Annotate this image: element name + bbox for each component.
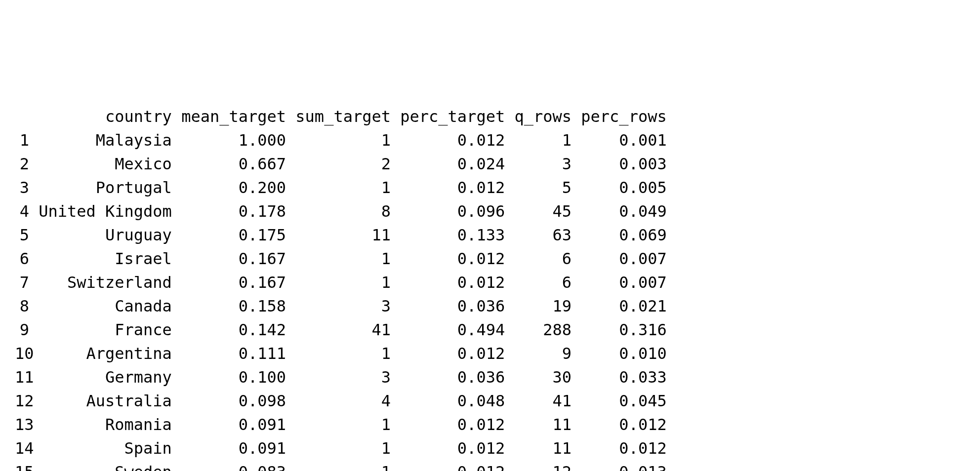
cell-perc-rows: 0.007 <box>581 247 676 271</box>
cell-perc-rows: 0.021 <box>581 294 676 318</box>
cell-perc-target: 0.494 <box>400 318 514 342</box>
cell-sum-target: 1 <box>295 247 400 271</box>
cell-perc-rows: 0.010 <box>581 342 676 365</box>
cell-sum-target: 11 <box>295 223 400 247</box>
cell-sum-target: 3 <box>295 294 400 318</box>
cell-perc-target: 0.012 <box>400 247 514 271</box>
cell-mean-target: 0.175 <box>181 223 295 247</box>
cell-q-rows: 5 <box>514 176 581 199</box>
cell-q-rows: 3 <box>514 152 581 176</box>
cell-q-rows: 288 <box>514 318 581 342</box>
cell-mean-target: 0.083 <box>181 460 295 471</box>
cell-perc-rows: 0.003 <box>581 152 676 176</box>
cell-mean-target: 0.167 <box>181 271 295 294</box>
row-index: 5 <box>15 223 39 247</box>
row-index: 9 <box>15 318 39 342</box>
cell-q-rows: 9 <box>514 342 581 365</box>
row-index: 15 <box>15 460 39 471</box>
cell-perc-rows: 0.033 <box>581 365 676 389</box>
cell-perc-target: 0.036 <box>400 365 514 389</box>
row-index: 3 <box>15 176 39 199</box>
cell-perc-target: 0.036 <box>400 294 514 318</box>
cell-country: Portugal <box>39 176 181 199</box>
cell-country: Argentina <box>39 342 181 365</box>
cell-country: Romania <box>39 413 181 436</box>
cell-country: Canada <box>39 294 181 318</box>
row-index: 1 <box>15 128 39 152</box>
cell-perc-rows: 0.013 <box>581 460 676 471</box>
cell-sum-target: 2 <box>295 152 400 176</box>
header-mean-target: mean_target <box>181 105 295 128</box>
cell-sum-target: 1 <box>295 413 400 436</box>
row-index: 4 <box>15 199 39 223</box>
cell-sum-target: 41 <box>295 318 400 342</box>
row-index: 7 <box>15 271 39 294</box>
cell-q-rows: 6 <box>514 247 581 271</box>
cell-q-rows: 6 <box>514 271 581 294</box>
cell-perc-rows: 0.069 <box>581 223 676 247</box>
header-index <box>15 105 39 128</box>
cell-country: Israel <box>39 247 181 271</box>
cell-mean-target: 0.167 <box>181 247 295 271</box>
cell-q-rows: 45 <box>514 199 581 223</box>
cell-sum-target: 1 <box>295 128 400 152</box>
header-perc-rows: perc_rows <box>581 105 676 128</box>
header-perc-target: perc_target <box>400 105 514 128</box>
cell-mean-target: 0.091 <box>181 413 295 436</box>
cell-perc-rows: 0.012 <box>581 413 676 436</box>
cell-mean-target: 1.000 <box>181 128 295 152</box>
cell-country: United Kingdom <box>39 199 181 223</box>
cell-country: Australia <box>39 389 181 413</box>
cell-q-rows: 30 <box>514 365 581 389</box>
cell-mean-target: 0.100 <box>181 365 295 389</box>
cell-country: Mexico <box>39 152 181 176</box>
cell-q-rows: 41 <box>514 389 581 413</box>
cell-country: France <box>39 318 181 342</box>
cell-perc-rows: 0.005 <box>581 176 676 199</box>
header-q-rows: q_rows <box>514 105 581 128</box>
row-index: 2 <box>15 152 39 176</box>
cell-country: Spain <box>39 436 181 460</box>
cell-q-rows: 19 <box>514 294 581 318</box>
cell-perc-target: 0.133 <box>400 223 514 247</box>
cell-country: Malaysia <box>39 128 181 152</box>
cell-q-rows: 1 <box>514 128 581 152</box>
cell-mean-target: 0.178 <box>181 199 295 223</box>
cell-sum-target: 3 <box>295 365 400 389</box>
cell-country: Germany <box>39 365 181 389</box>
cell-sum-target: 1 <box>295 342 400 365</box>
cell-perc-target: 0.012 <box>400 460 514 471</box>
cell-mean-target: 0.098 <box>181 389 295 413</box>
row-index: 13 <box>15 413 39 436</box>
cell-perc-rows: 0.045 <box>581 389 676 413</box>
cell-sum-target: 1 <box>295 460 400 471</box>
row-index: 10 <box>15 342 39 365</box>
cell-sum-target: 1 <box>295 176 400 199</box>
cell-perc-target: 0.012 <box>400 436 514 460</box>
cell-sum-target: 1 <box>295 271 400 294</box>
cell-perc-rows: 0.012 <box>581 436 676 460</box>
cell-q-rows: 63 <box>514 223 581 247</box>
cell-country: Switzerland <box>39 271 181 294</box>
cell-perc-target: 0.012 <box>400 176 514 199</box>
header-country: country <box>39 105 181 128</box>
cell-mean-target: 0.142 <box>181 318 295 342</box>
cell-perc-target: 0.012 <box>400 413 514 436</box>
cell-mean-target: 0.200 <box>181 176 295 199</box>
row-index: 11 <box>15 365 39 389</box>
cell-country: Uruguay <box>39 223 181 247</box>
cell-perc-rows: 0.001 <box>581 128 676 152</box>
cell-perc-rows: 0.049 <box>581 199 676 223</box>
cell-mean-target: 0.158 <box>181 294 295 318</box>
cell-perc-rows: 0.007 <box>581 271 676 294</box>
cell-q-rows: 11 <box>514 413 581 436</box>
row-index: 8 <box>15 294 39 318</box>
cell-q-rows: 12 <box>514 460 581 471</box>
row-index: 12 <box>15 389 39 413</box>
cell-sum-target: 1 <box>295 436 400 460</box>
header-sum-target: sum_target <box>295 105 400 128</box>
cell-perc-rows: 0.316 <box>581 318 676 342</box>
data-table: country mean_target sum_target perc_targ… <box>15 105 965 471</box>
cell-perc-target: 0.048 <box>400 389 514 413</box>
cell-perc-target: 0.012 <box>400 271 514 294</box>
